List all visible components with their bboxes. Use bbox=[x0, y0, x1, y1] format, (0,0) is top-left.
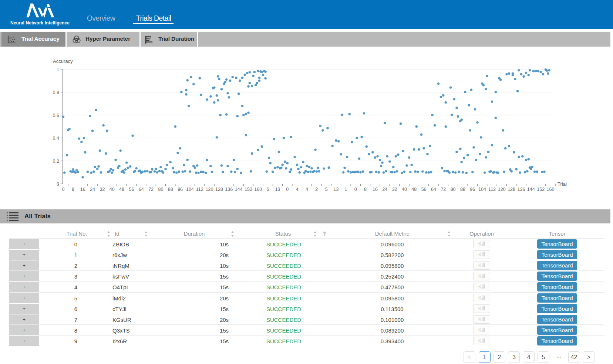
svg-text:16: 16 bbox=[373, 187, 378, 192]
svg-text:32: 32 bbox=[392, 187, 397, 192]
svg-text:0.8: 0.8 bbox=[53, 90, 59, 95]
svg-text:48: 48 bbox=[411, 187, 417, 192]
svg-text:56: 56 bbox=[421, 187, 427, 192]
svg-text:144: 144 bbox=[527, 187, 535, 192]
svg-text:96: 96 bbox=[470, 187, 475, 192]
svg-text:2: 2 bbox=[315, 187, 318, 192]
svg-text:Trial: Trial bbox=[558, 181, 567, 187]
svg-text:120: 120 bbox=[498, 187, 506, 192]
svg-text:72: 72 bbox=[441, 187, 446, 192]
svg-text:4: 4 bbox=[306, 187, 308, 192]
svg-text:104: 104 bbox=[186, 187, 194, 192]
svg-text:24: 24 bbox=[382, 187, 387, 192]
svg-text:128: 128 bbox=[508, 187, 515, 192]
svg-text:152: 152 bbox=[245, 187, 252, 192]
svg-text:0.2: 0.2 bbox=[53, 159, 59, 164]
svg-text:32: 32 bbox=[100, 187, 105, 192]
svg-text:5: 5 bbox=[325, 187, 328, 192]
svg-text:104: 104 bbox=[478, 187, 486, 192]
svg-text:0.6: 0.6 bbox=[53, 113, 59, 118]
svg-text:152: 152 bbox=[537, 187, 545, 192]
svg-text:40: 40 bbox=[402, 187, 407, 192]
svg-text:24: 24 bbox=[90, 187, 95, 192]
svg-text:48: 48 bbox=[119, 187, 124, 192]
svg-text:72: 72 bbox=[148, 187, 154, 192]
svg-text:120: 120 bbox=[206, 187, 213, 192]
svg-text:0.4: 0.4 bbox=[53, 136, 59, 141]
svg-text:88: 88 bbox=[460, 187, 465, 192]
svg-text:144: 144 bbox=[235, 187, 243, 192]
svg-text:Accuracy: Accuracy bbox=[53, 58, 73, 64]
svg-text:0: 0 bbox=[354, 187, 357, 192]
svg-text:0: 0 bbox=[286, 187, 289, 192]
svg-text:64: 64 bbox=[139, 187, 144, 192]
svg-text:56: 56 bbox=[129, 187, 134, 192]
svg-text:0: 0 bbox=[57, 182, 59, 187]
svg-text:128: 128 bbox=[215, 187, 223, 192]
svg-text:160: 160 bbox=[254, 187, 262, 192]
svg-text:112: 112 bbox=[488, 187, 496, 192]
svg-text:80: 80 bbox=[451, 187, 456, 192]
svg-text:8: 8 bbox=[364, 187, 367, 192]
svg-text:0: 0 bbox=[62, 187, 65, 192]
svg-text:8: 8 bbox=[72, 187, 74, 192]
svg-text:160: 160 bbox=[547, 187, 555, 192]
svg-text:136: 136 bbox=[518, 187, 525, 192]
svg-text:16: 16 bbox=[80, 187, 85, 192]
svg-text:136: 136 bbox=[225, 187, 233, 192]
svg-text:96: 96 bbox=[178, 187, 183, 192]
svg-text:88: 88 bbox=[168, 187, 173, 192]
svg-text:112: 112 bbox=[196, 187, 203, 192]
svg-text:13: 13 bbox=[275, 187, 280, 192]
svg-text:4: 4 bbox=[296, 187, 299, 192]
svg-text:1: 1 bbox=[57, 67, 59, 72]
svg-text:1: 1 bbox=[344, 187, 347, 192]
svg-text:5: 5 bbox=[267, 187, 269, 192]
svg-text:40: 40 bbox=[110, 187, 115, 192]
svg-text:80: 80 bbox=[158, 187, 163, 192]
svg-text:64: 64 bbox=[431, 187, 436, 192]
svg-text:13: 13 bbox=[334, 187, 339, 192]
